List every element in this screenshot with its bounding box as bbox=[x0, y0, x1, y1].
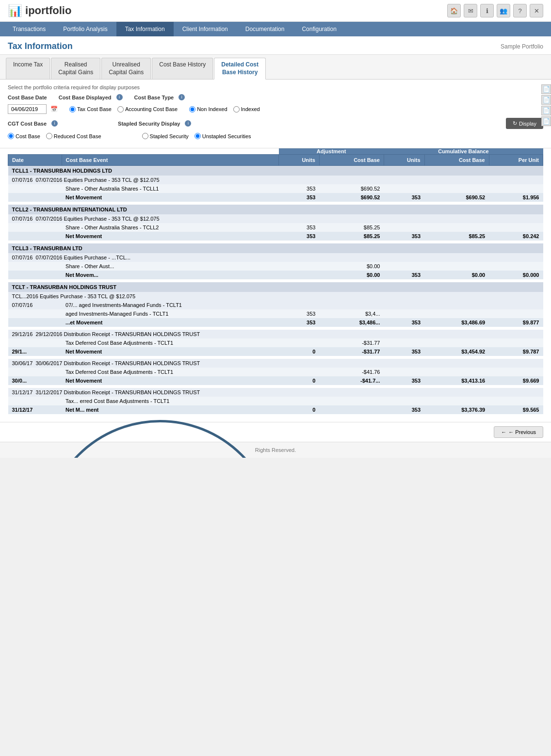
tabs: Income Tax RealisedCapital Gains Unreali… bbox=[0, 55, 551, 80]
tcll1-row1-per-unit bbox=[489, 184, 543, 193]
dist-dec17-net-event: Net M... ment bbox=[62, 405, 279, 414]
tcll3-row1-cum-cost bbox=[424, 262, 489, 271]
side-icon-4[interactable]: 📄 bbox=[541, 116, 551, 126]
accounting-cost-base-radio[interactable]: Accounting Cost Base bbox=[117, 106, 178, 113]
tcll2-net-date bbox=[8, 232, 62, 241]
dist-dec16-adj-units bbox=[279, 338, 320, 347]
tclt-net1-cum-units: 353 bbox=[384, 318, 424, 327]
home-icon[interactable]: 🏠 bbox=[447, 4, 461, 17]
tcll2-net-cum-cost: $85.25 bbox=[424, 232, 489, 241]
per-unit-col-header: Per Unit bbox=[489, 155, 543, 166]
nav-bar: Transactions Portfolio Analysis Tax Info… bbox=[0, 22, 551, 36]
cum-units-col-header: Units bbox=[384, 155, 424, 166]
tab-cost-base-history[interactable]: Cost Base History bbox=[152, 58, 213, 79]
filters-description: Select the portfolio criteria required f… bbox=[8, 84, 543, 90]
adj-cost-base-col-header: Cost Base bbox=[319, 155, 384, 166]
dist-jun17-cum-units bbox=[384, 368, 424, 376]
dist-jun17-subgroup: 30/06/17 30/06/2017 Distribution Receipt… bbox=[8, 359, 543, 368]
close-icon[interactable]: ✕ bbox=[530, 4, 543, 17]
previous-button[interactable]: ← ← Previous bbox=[494, 426, 543, 438]
tcll2-row1-adj-units: 353 bbox=[279, 223, 320, 232]
cost-base-date-input[interactable] bbox=[8, 104, 47, 114]
header-icons: 🏠 ✉ ℹ 👥 ? ✕ bbox=[447, 4, 543, 17]
dist-dec17-subgroup: 31/12/17 31/12/2017 Distribution Receipt… bbox=[8, 388, 543, 397]
tclt-subgroup-2: 07/07/16 07/... aged Investments-Managed… bbox=[8, 301, 543, 309]
info-icon[interactable]: ℹ bbox=[480, 4, 494, 17]
tcll2-subgroup-1: 07/07/16 07/07/2016 Equities Purchase - … bbox=[8, 214, 543, 223]
nav-tax-information[interactable]: Tax Information bbox=[116, 22, 174, 36]
logo-text: iportfolio bbox=[25, 4, 71, 17]
side-icon-3[interactable]: 📄 bbox=[541, 106, 551, 115]
dist-dec17-net-cum-units: 353 bbox=[384, 405, 424, 414]
nav-transactions[interactable]: Transactions bbox=[4, 22, 54, 36]
side-icon-2[interactable]: 📄 bbox=[541, 95, 551, 105]
tab-realised-capital-gains[interactable]: RealisedCapital Gains bbox=[51, 58, 100, 79]
cost-base-displayed-options: Tax Cost Base Accounting Cost Base bbox=[69, 106, 178, 113]
nav-client-information[interactable]: Client Information bbox=[174, 22, 237, 36]
cgt-options: Cost Base Reduced Cost Base bbox=[8, 133, 101, 139]
tcll2-row1-cum-cost bbox=[424, 223, 489, 232]
dist-dec17-net-date: 31/12/17 bbox=[8, 405, 62, 414]
side-icon-1[interactable]: 📄 bbox=[541, 84, 551, 94]
stapled-security-label: Stapled Security Display bbox=[118, 121, 180, 127]
dist-jun17-date bbox=[8, 368, 62, 376]
dist-dec17-net-adj-cost bbox=[319, 405, 384, 414]
dist-dec16-event: Tax Deferred Cost Base Adjustments - TCL… bbox=[62, 338, 279, 347]
tcll1-row1-event: Share - Other Australia Shares - TCLL1 bbox=[62, 184, 279, 193]
dist-dec17-net-cum-cost: $3,376.39 bbox=[424, 405, 489, 414]
stapled-info-icon[interactable]: i bbox=[185, 120, 191, 127]
reduced-cost-base-radio[interactable]: Reduced Cost Base bbox=[46, 133, 101, 139]
cost-base-date-group: Cost Base Date bbox=[8, 95, 47, 100]
tab-income-tax[interactable]: Income Tax bbox=[6, 58, 50, 79]
filters-row-1: Cost Base Date Cost Base Displayed i Cos… bbox=[8, 94, 543, 100]
stapled-security-radio[interactable]: Stapled Security bbox=[142, 133, 189, 139]
tclt-net1-per-unit: $9.877 bbox=[489, 318, 543, 327]
tcll1-row1-cum-units bbox=[384, 184, 424, 193]
indexed-radio[interactable]: Indexed bbox=[233, 106, 260, 113]
tcll3-net-cum-units: 353 bbox=[384, 271, 424, 279]
tcll2-group-header: TCLL2 - TRANSURBAN INTERNATIONAL LTD bbox=[8, 205, 543, 214]
cost-base-radio[interactable]: Cost Base bbox=[8, 133, 40, 139]
dist-jun17-net-adj-units: 0 bbox=[279, 376, 320, 385]
tcll3-subgroup-1: 07/07/16 07/07/2016 Equities Purchase - … bbox=[8, 253, 543, 262]
cost-base-date-label: Cost Base Date bbox=[8, 95, 47, 100]
tcll3-group-header: TCLL3 - TRANSURBAN LTD bbox=[8, 243, 543, 253]
tcll3-net-date bbox=[8, 271, 62, 279]
nav-portfolio-analysis[interactable]: Portfolio Analysis bbox=[54, 22, 116, 36]
cost-base-type-group: Cost Base Type i bbox=[134, 94, 185, 100]
dist-dec16-net-adj-units: 0 bbox=[279, 347, 320, 356]
cost-base-table: Adjustment Cumulative Balance Date Cost … bbox=[8, 148, 543, 414]
tclt-row1-date bbox=[8, 309, 62, 318]
email-icon[interactable]: ✉ bbox=[464, 4, 477, 17]
tab-unrealised-capital-gains[interactable]: UnrealisedCapital Gains bbox=[101, 58, 151, 79]
unstapled-securities-radio[interactable]: Unstapled Securities bbox=[194, 133, 251, 139]
cgt-info-icon[interactable]: i bbox=[51, 120, 58, 127]
cost-base-type-info-icon[interactable]: i bbox=[178, 94, 185, 100]
column-header-row: Date Cost Base Event Units Cost Base Uni… bbox=[8, 155, 543, 166]
tcll1-row1-cum-cost bbox=[424, 184, 489, 193]
tclt-sub2-label: 07/... aged Investments-Managed Funds - … bbox=[62, 301, 543, 309]
tcll1-net-cum-units: 353 bbox=[384, 193, 424, 202]
calendar-icon[interactable]: 📅 bbox=[50, 106, 58, 113]
non-indexed-radio[interactable]: Non Indexed bbox=[189, 106, 227, 113]
table-container: Adjustment Cumulative Balance Date Cost … bbox=[0, 148, 551, 422]
tab-detailed-cost-base-history[interactable]: Detailed CostBase History bbox=[214, 58, 266, 80]
tcll3-net-cum-cost: $0.00 bbox=[424, 271, 489, 279]
cost-base-displayed-label: Cost Base Displayed bbox=[59, 95, 112, 100]
tcll2-row1-event: Share - Other Australia Shares - TCLL2 bbox=[62, 223, 279, 232]
filters-area: Select the portfolio criteria required f… bbox=[0, 80, 551, 148]
users-icon[interactable]: 👥 bbox=[497, 4, 510, 17]
nav-configuration[interactable]: Configuration bbox=[293, 22, 345, 36]
cost-base-type-options: Non Indexed Indexed bbox=[189, 106, 260, 113]
tax-cost-base-radio[interactable]: Tax Cost Base bbox=[69, 106, 112, 113]
table-footer: ← ← Previous bbox=[0, 422, 551, 442]
tcll3-net-adj-units bbox=[279, 271, 320, 279]
nav-documentation[interactable]: Documentation bbox=[237, 22, 293, 36]
dist-dec17-per-unit bbox=[489, 397, 543, 405]
tclt-row1-per-unit bbox=[489, 309, 543, 318]
cost-base-displayed-info-icon[interactable]: i bbox=[116, 94, 123, 100]
display-button[interactable]: ↻ Display bbox=[506, 118, 543, 129]
tclt-sub2-date: 07/07/16 bbox=[8, 301, 62, 309]
side-icons: 📄 📄 📄 📄 bbox=[541, 84, 551, 126]
help-icon[interactable]: ? bbox=[513, 4, 527, 17]
